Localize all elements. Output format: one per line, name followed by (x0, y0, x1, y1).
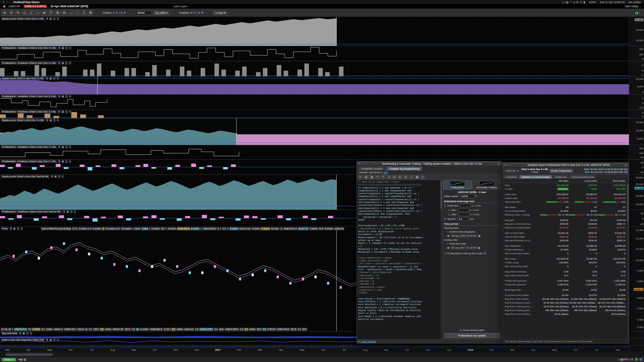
order-label[interactable]: 10@9,794.5 (276, 328, 290, 331)
price-axis-price[interactable]: 10,30010,20010,10010,0009,9009,8009,681.… (629, 227, 644, 331)
price-axis-variables-1xml[interactable]: 20010040 (629, 145, 644, 159)
chart-plot-equity-1xml[interactable]: Equity curve: Ehler's Univ Osc 1 x ML⚒▣◫… (0, 118, 629, 145)
order-label[interactable]: i (165, 227, 167, 230)
order-label[interactable]: 9.98 0.8 (267, 328, 276, 331)
tab-automatic-trading[interactable]: Automatic Trading (472, 181, 501, 189)
detach-icon[interactable]: ◫ (58, 175, 61, 178)
cut-icon[interactable]: ✂ (358, 175, 363, 179)
order-fee-input[interactable] (460, 204, 471, 207)
tools-icon[interactable]: ⚒ (623, 358, 626, 361)
order-label[interactable]: .6 (280, 227, 283, 230)
order-label[interactable]: 2 orders (261, 227, 270, 230)
order-label[interactable]: 10@9,884.8 (149, 328, 163, 331)
chart-plot-variables-1xml[interactable]: ProBacktest - Variables: Ehler's Univ Os… (0, 145, 629, 159)
backtest-window-expand-icon[interactable]: ◱ (497, 162, 500, 165)
wrench-icon[interactable]: ⚒ (63, 210, 65, 213)
help-icon[interactable]: ? (420, 175, 425, 179)
price-axis-positions-3xml[interactable]: 10-1 (629, 61, 644, 76)
min-fee-checkbox[interactable]: ☐ (448, 209, 451, 211)
chart-plot-positions-3xml[interactable]: ProBacktest - Positions: Ehler's Univ Os… (0, 61, 629, 76)
order-label[interactable]: lers.sirs (270, 227, 279, 230)
display-icon[interactable]: ▭ (561, 1, 565, 4)
report-statistics-table[interactable]: Gain:£10,981.00£703.00£10,278.00% Gain:1… (503, 183, 629, 339)
wrench-icon[interactable]: ⚒ (51, 175, 53, 178)
report-window-titlebar[interactable]: ✕ ▫ ▫ Detailed report ProBacktest Ehler'… (503, 163, 629, 167)
paste-icon[interactable]: ▥ (369, 175, 374, 179)
order-label[interactable]: 1ders (134, 227, 141, 230)
keep-open-checkbox[interactable]: ☑ (460, 329, 462, 332)
scrollbar-thumb[interactable] (6, 353, 53, 356)
chart-icon[interactable]: ▦ (415, 175, 419, 179)
share-button[interactable]: Share▾ (2, 358, 16, 361)
price-axis-equity-1xml[interactable]: 15,00010,0005,000 (629, 118, 644, 145)
price-axis-supersm-orig[interactable] (629, 338, 644, 345)
shapes-icon[interactable]: ◇ (22, 10, 27, 16)
code-editor-scrollbar[interactable] (440, 180, 442, 339)
price-axis-positions-test[interactable]: 400-40 (629, 210, 644, 227)
zoom-in-icon[interactable]: ⊕ (55, 10, 60, 16)
wrench-icon[interactable]: ⚒ (58, 46, 61, 50)
copy-icon[interactable]: ▤ (364, 175, 369, 179)
price-axis-buy-and-hold[interactable] (629, 332, 644, 338)
order-fee-checkbox[interactable]: ☐ (444, 204, 446, 207)
snapshot-icon[interactable]: ▣ (49, 338, 52, 342)
price-axis-positions-1xml[interactable]: 400-40 (629, 160, 644, 174)
order-label[interactable]: 85.9 (256, 328, 262, 331)
order-label[interactable]: 9.1 (214, 328, 218, 331)
order-label[interactable]: 1.3 (297, 328, 302, 331)
detach-icon[interactable]: ◫ (65, 145, 68, 149)
detach-icon[interactable]: ◫ (53, 77, 56, 80)
order-label[interactable]: 3.4 (244, 328, 248, 331)
wrench-icon[interactable]: ⚒ (58, 61, 60, 65)
tick-mode-checkbox[interactable]: ☐ (444, 252, 446, 255)
order-label[interactable]: 1.0 (195, 328, 199, 331)
report-window-controls[interactable]: ✕ ▫ ▫ (504, 164, 513, 167)
snapshot-icon[interactable]: ▣ (49, 17, 52, 20)
order-label[interactable]: 372.5 (290, 328, 297, 331)
window-controls[interactable]: ✕ ▫ ▫ (3, 1, 11, 3)
start-date-radio[interactable]: ◉ (447, 234, 449, 237)
wrench-icon[interactable]: ⚒ (46, 118, 48, 122)
close-icon[interactable]: ✕ (30, 332, 32, 335)
order-label[interactable]: 3 orders (251, 227, 261, 230)
font-increase-icon[interactable]: A+ (392, 175, 397, 179)
order-label[interactable]: 8.1 (171, 328, 176, 331)
start-calendar-icon[interactable]: ▦ (478, 234, 481, 237)
snapshot-icon[interactable]: ▣ (49, 118, 52, 122)
menubar-clock[interactable]: Sat 11 Apr 22:55:30 (599, 1, 625, 4)
order-label[interactable]: 10@10,090.0 (225, 328, 239, 331)
volume-icon[interactable]: ◂ (573, 1, 575, 4)
search-icon[interactable]: ⊙ (386, 175, 391, 179)
snapshot-icon[interactable]: ▣ (66, 210, 69, 213)
order-label[interactable]: 10@10,089.2 (202, 227, 217, 230)
wrench-icon[interactable]: ⚒ (46, 77, 48, 80)
order-label[interactable]: irs.irs .0 irs (239, 227, 251, 230)
detach-icon[interactable]: ◫ (53, 118, 56, 122)
order-label[interactable]: 3.3 (222, 227, 226, 230)
end-date-radio[interactable]: ◉ (447, 246, 449, 249)
snapshot-icon[interactable]: ▣ (62, 95, 64, 98)
orders-refresh-icon[interactable]: ↻ (116, 11, 118, 14)
order-label[interactable]: 2.4 (239, 328, 244, 331)
settings-icon[interactable]: ⚙ (575, 1, 579, 4)
time-axis-plot[interactable]: MarAprMayJunJulAugSepOctNovDec2017FebMar… (0, 345, 629, 352)
order-label[interactable]: orders (248, 328, 256, 331)
detach-icon[interactable]: ◫ (65, 95, 68, 98)
chart-plot-equity-2xml[interactable]: Equity curve: Ehler's Univ Osc 2 x ML⚒▣◫… (0, 77, 629, 94)
report-tab-overview[interactable]: Overview (504, 175, 519, 179)
order-label[interactable]: 2 (102, 227, 104, 230)
spread-checkbox[interactable]: ☑ (444, 217, 446, 220)
backtest-window-titlebar[interactable]: ✕ ▫ ▫ Backtesting & Automatic Trading - … (357, 162, 502, 166)
order-label[interactable]: 10@9,896.8 (177, 227, 190, 230)
instrument-symbol[interactable]: USDCHF (8, 5, 20, 8)
order-label[interactable]: i (12, 328, 14, 331)
snapshot-icon[interactable]: ▣ (62, 46, 64, 50)
order-label[interactable]: 97.6 (319, 227, 324, 230)
wrench-icon[interactable]: ⚒ (46, 338, 48, 342)
detach-icon[interactable]: ◫ (65, 160, 68, 163)
max-fee-input[interactable] (459, 213, 469, 216)
code-editor[interactable]: // Heuristics Algorithm 3 Start/////////… (357, 180, 442, 339)
position-refresh-icon[interactable]: ↻ (193, 11, 196, 14)
order-label[interactable]: orders (176, 328, 184, 331)
detach-icon[interactable]: ◫ (70, 210, 73, 213)
